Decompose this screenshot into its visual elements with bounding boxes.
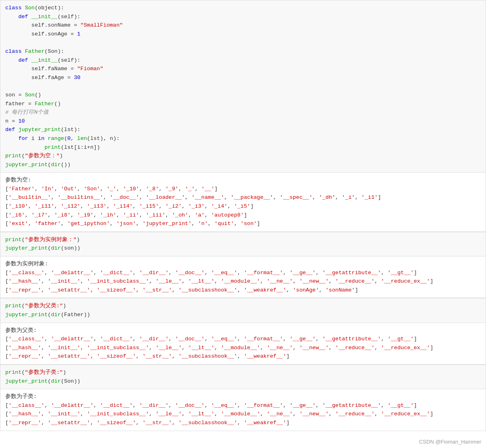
- section-1: class Son(object): def __init__(self): s…: [0, 0, 486, 173]
- section-output-2: 参数为实例对象: ['__class__', '__delattr__', '_…: [0, 256, 486, 298]
- code-block-1: class Son(object): def __init__(self): s…: [0, 0, 486, 173]
- section-4: print("参数为子类:") jupyter_print(dir(Son)): [0, 365, 486, 389]
- code-block-4: print("参数为子类:") jupyter_print(dir(Son)): [0, 365, 486, 389]
- output-block-3: 参数为父类: ['__class__', '__delattr__', '__d…: [0, 323, 486, 365]
- section-2: print("参数为实例对象：") jupyter_print(dir(son)…: [0, 232, 486, 256]
- section-output-3: 参数为父类: ['__class__', '__delattr__', '__d…: [0, 323, 486, 365]
- output-block-2: 参数为实例对象: ['__class__', '__delattr__', '_…: [0, 256, 486, 298]
- code-block-3: print("参数为父类:") jupyter_print(dir(Father…: [0, 298, 486, 323]
- output-block-1: 参数为空: ['Father', 'In', 'Out', 'Son', '_'…: [0, 173, 486, 232]
- output-block-4: 参数为子类: ['__class__', '__delattr__', '__d…: [0, 389, 486, 431]
- section-output-4: 参数为子类: ['__class__', '__delattr__', '__d…: [0, 389, 486, 431]
- section-3: print("参数为父类:") jupyter_print(dir(Father…: [0, 298, 486, 323]
- page: class Son(object): def __init__(self): s…: [0, 0, 486, 448]
- watermark: CSDN @Fioman_Hammer: [419, 439, 481, 445]
- code-block-2: print("参数为实例对象：") jupyter_print(dir(son)…: [0, 232, 486, 256]
- section-output-1: 参数为空: ['Father', 'In', 'Out', 'Son', '_'…: [0, 173, 486, 232]
